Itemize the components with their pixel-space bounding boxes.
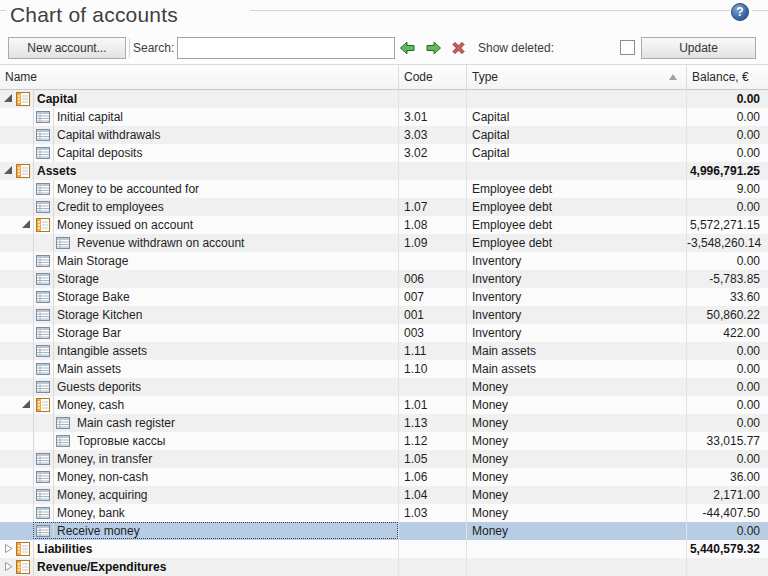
account-row[interactable]: Storage Bake 007 Inventory 33.60 [0, 288, 768, 306]
account-name-cell: Storage Kitchen [0, 306, 399, 324]
account-row-selected[interactable]: Receive money Money 0.00 [0, 522, 768, 540]
new-account-button[interactable]: New account... [8, 37, 126, 59]
show-deleted-checkbox[interactable] [620, 40, 635, 55]
account-name-cell: Money to be accounted for [0, 180, 399, 198]
account-row[interactable]: Storage 006 Inventory -5,783.85 [0, 270, 768, 288]
account-type: Money [467, 450, 687, 468]
account-row[interactable]: Money, bank 1.03 Money -44,407.50 [0, 504, 768, 522]
account-group-row[interactable]: Revenue/Expenditures [0, 558, 768, 576]
indent-guide [33, 234, 34, 252]
account-group-row[interactable]: Capital 0.00 [0, 90, 768, 108]
column-header-balance[interactable]: Balance, € [687, 65, 768, 89]
account-name: Revenue/Expenditures [37, 558, 166, 576]
account-row[interactable]: Торговые кассы 1.12 Money 33,015.77 [0, 432, 768, 450]
account-group-row[interactable]: Assets 4,996,791.25 [0, 162, 768, 180]
account-row[interactable]: Main Storage Inventory 0.00 [0, 252, 768, 270]
account-name-cell: Revenue/Expenditures [0, 558, 399, 576]
account-row[interactable]: Storage Kitchen 001 Inventory 50,860.22 [0, 306, 768, 324]
search-label: Search: [133, 41, 174, 55]
expand-node-icon[interactable] [4, 562, 14, 572]
account-row[interactable]: Main assets 1.10 Main assets 0.00 [0, 360, 768, 378]
account-name-cell: Money, bank [0, 504, 399, 522]
account-type [467, 162, 687, 180]
account-row[interactable]: Main cash register 1.13 Money 0.00 [0, 414, 768, 432]
account-row[interactable]: Money, non-cash 1.06 Money 36.00 [0, 468, 768, 486]
column-header-code[interactable]: Code [399, 65, 467, 89]
account-type: Capital [467, 144, 687, 162]
account-balance [687, 558, 768, 576]
expand-node-icon[interactable] [4, 544, 14, 554]
account-group-row[interactable]: Money, cash 1.01 Money 0.00 [0, 396, 768, 414]
account-row[interactable]: Guests deporits Money 0.00 [0, 378, 768, 396]
column-header-type[interactable]: Type [467, 65, 687, 89]
indent-guide [53, 396, 54, 414]
account-code [399, 180, 467, 198]
delete-x-icon[interactable] [450, 40, 467, 56]
account-code: 1.11 [399, 342, 467, 360]
account-code [399, 540, 467, 558]
search-input[interactable] [177, 37, 395, 59]
account-name: Liabilities [37, 540, 92, 558]
account-sheet-icon [35, 469, 51, 485]
account-name: Capital [37, 90, 77, 108]
account-row[interactable]: Credit to employees 1.07 Employee debt 0… [0, 198, 768, 216]
account-code: 1.01 [399, 396, 467, 414]
account-type: Money [467, 468, 687, 486]
indent-guide [53, 306, 54, 324]
account-type: Money [467, 522, 687, 540]
account-name-cell: Торговые кассы [0, 432, 399, 450]
account-name: Money issued on account [57, 216, 193, 234]
account-balance: 4,996,791.25 [687, 162, 768, 180]
account-row[interactable]: Storage Bar 003 Inventory 422.00 [0, 324, 768, 342]
account-row[interactable]: Revenue withdrawn on account 1.09 Employ… [0, 234, 768, 252]
indent-guide [53, 216, 54, 234]
accounts-tree-table: Capital 0.00 Initial capital 3.01 Capita… [0, 90, 768, 576]
account-name-cell: Money, acquiring [0, 486, 399, 504]
account-name: Money, cash [57, 396, 124, 414]
collapse-node-icon[interactable] [22, 400, 32, 410]
account-group-row[interactable]: Liabilities 5,440,579.32 [0, 540, 768, 558]
account-row[interactable]: Capital deposits 3.02 Capital 0.00 [0, 144, 768, 162]
indent-guide [53, 504, 54, 522]
account-row[interactable]: Money, acquiring 1.04 Money 2,171.00 [0, 486, 768, 504]
indent-guide [33, 126, 34, 144]
column-header-name[interactable]: Name [0, 65, 399, 89]
indent-guide [53, 486, 54, 504]
account-name: Торговые кассы [77, 432, 165, 450]
back-arrow-icon[interactable] [399, 40, 416, 56]
account-sheet-icon [55, 433, 71, 449]
indent-guide [53, 108, 54, 126]
account-name: Assets [37, 162, 76, 180]
account-sheet-icon [35, 487, 51, 503]
account-group-row[interactable]: Money issued on account 1.08 Employee de… [0, 216, 768, 234]
account-name: Capital deposits [57, 144, 142, 162]
account-type: Money [467, 414, 687, 432]
indent-guide [53, 450, 54, 468]
account-code: 3.02 [399, 144, 467, 162]
account-row[interactable]: Intangible assets 1.11 Main assets 0.00 [0, 342, 768, 360]
account-balance: 0.00 [687, 126, 768, 144]
account-balance: 2,171.00 [687, 486, 768, 504]
account-code: 006 [399, 270, 467, 288]
indent-guide [33, 414, 34, 432]
update-button[interactable]: Update [641, 37, 756, 59]
account-name-cell: Main assets [0, 360, 399, 378]
account-row[interactable]: Money, in transfer 1.05 Money 0.00 [0, 450, 768, 468]
account-type: Main assets [467, 342, 687, 360]
collapse-node-icon[interactable] [22, 220, 32, 230]
indent-guide [53, 378, 54, 396]
account-balance: 33.60 [687, 288, 768, 306]
account-row[interactable]: Money to be accounted for Employee debt … [0, 180, 768, 198]
account-name-cell: Storage Bake [0, 288, 399, 306]
forward-arrow-icon[interactable] [425, 40, 442, 56]
chart-of-accounts-window: Chart of accounts ? New account... Searc… [0, 0, 768, 576]
help-icon[interactable]: ? [731, 3, 749, 21]
indent-guide [33, 504, 34, 522]
account-balance: -3,548,260.14 [687, 234, 768, 252]
collapse-node-icon[interactable] [4, 94, 14, 104]
account-sheet-icon [35, 145, 51, 161]
account-row[interactable]: Initial capital 3.01 Capital 0.00 [0, 108, 768, 126]
account-row[interactable]: Capital withdrawals 3.03 Capital 0.00 [0, 126, 768, 144]
account-sheet-icon [35, 127, 51, 143]
collapse-node-icon[interactable] [4, 166, 14, 176]
